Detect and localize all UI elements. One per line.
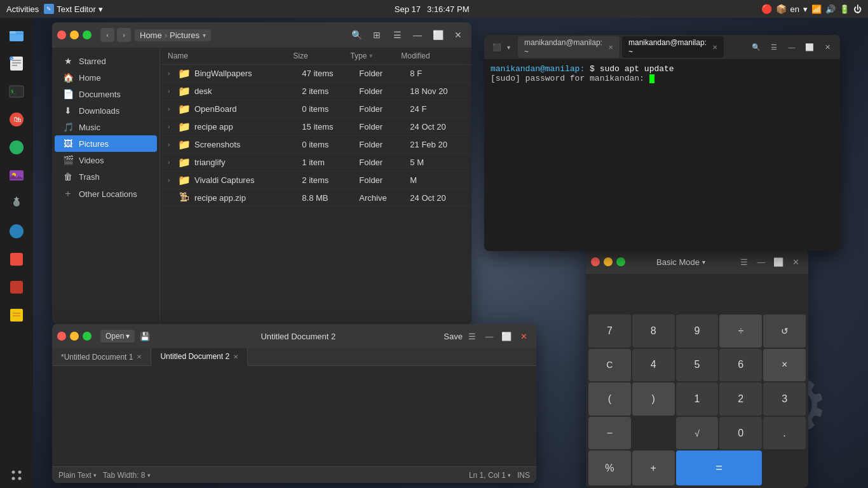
view-toggle-button[interactable]: ⊞ <box>369 27 385 43</box>
calc-btn-6[interactable]: 6 <box>719 349 762 382</box>
te-tab1-close[interactable]: ✕ <box>137 353 142 360</box>
sidebar-item-pictures[interactable]: 🖼 Pictures <box>55 135 157 152</box>
calc-btn-÷[interactable]: ÷ <box>719 315 762 348</box>
calc-btn-.[interactable]: . <box>763 417 806 450</box>
calc-btn-9[interactable]: 9 <box>676 315 719 348</box>
sidebar-item-downloads[interactable]: ⬇ Downloads <box>55 102 157 119</box>
calc-btn-)[interactable]: ) <box>632 383 675 416</box>
dock-item-files[interactable] <box>4 23 29 48</box>
calc-tb-minimize[interactable]: — <box>754 254 769 269</box>
calc-tb-restore[interactable]: ⬜ <box>771 254 786 269</box>
texteditor-close-button[interactable] <box>57 332 66 341</box>
file-row-6[interactable]: › 📁 Vivaldi Captures 2 items Folder M <box>160 172 471 189</box>
calc-btn-√[interactable]: √ <box>676 417 719 450</box>
dropbox-icon[interactable]: 📦 <box>776 4 787 14</box>
calc-btn-0[interactable]: 0 <box>719 417 762 450</box>
sidebar-item-videos[interactable]: 🎬 Videos <box>55 152 157 168</box>
plain-text-selector[interactable]: Plain Text ▾ <box>58 471 97 480</box>
power-icon[interactable]: ⏻ <box>853 4 862 14</box>
calc-maximize-button[interactable] <box>616 257 625 266</box>
dock-item-texteditor[interactable]: ✎ <box>4 51 29 76</box>
file-row-7[interactable]: 🗜 recipe app.zip 8.8 MB Archive 24 Oct 2… <box>160 189 471 207</box>
filemanager-maximize-button[interactable] <box>83 30 92 39</box>
file-row-2[interactable]: › 📁 OpenBoard 0 items Folder 24 F <box>160 100 471 118</box>
terminal-search-button[interactable]: 🔍 <box>749 39 764 55</box>
view-list-button[interactable]: ☰ <box>389 27 405 43</box>
file-row-0[interactable]: › 📁 BingWallpapers 47 items Folder 8 F <box>160 65 471 83</box>
terminal-minimize-button[interactable]: — <box>784 39 799 55</box>
tab2-close[interactable]: ✕ <box>712 44 717 51</box>
calc-btn-8[interactable]: 8 <box>632 315 675 348</box>
save-button[interactable]: Save <box>444 329 463 344</box>
calc-btn-%[interactable]: % <box>588 451 631 485</box>
calc-btn-4[interactable]: 4 <box>632 349 675 382</box>
dock-item-all-apps[interactable] <box>4 463 29 488</box>
tab1-close[interactable]: ✕ <box>608 44 613 51</box>
filemanager-minimize-button[interactable] <box>70 30 79 39</box>
sidebar-item-trash[interactable]: 🗑 Trash <box>55 168 157 185</box>
wifi-icon[interactable]: 📶 <box>811 4 822 14</box>
calc-btn-5[interactable]: 5 <box>676 349 719 382</box>
calc-btn-↺[interactable]: ↺ <box>763 315 806 348</box>
dock-item-terminal[interactable]: $_ <box>4 79 29 104</box>
file-row-3[interactable]: › 📁 recipe app 15 items Folder 24 Oct 20 <box>160 118 471 136</box>
te-tab-2[interactable]: Untitled Document 2 ✕ <box>151 348 248 366</box>
calc-btn-+[interactable]: + <box>632 451 675 485</box>
fm-restore-button[interactable]: ⬜ <box>430 27 446 43</box>
menu-button[interactable]: ☰ <box>465 329 480 344</box>
file-row-4[interactable]: › 📁 Screenshots 0 items Folder 21 Feb 20 <box>160 136 471 154</box>
texteditor-content[interactable] <box>52 366 536 466</box>
calc-title-arrow[interactable]: ▾ <box>702 259 705 266</box>
calc-btn-−[interactable]: − <box>588 417 631 450</box>
save-to-disk-icon[interactable]: 💾 <box>137 329 153 344</box>
sidebar-item-starred[interactable]: ★ Starred <box>55 53 157 69</box>
fm-close-button[interactable]: ✕ <box>450 27 466 43</box>
dock-item-zoom[interactable]: 📷 <box>4 219 29 244</box>
te-close-button[interactable]: ✕ <box>516 329 531 344</box>
breadcrumb[interactable]: Home › Pictures ▾ <box>135 29 211 41</box>
dock-item-sticky[interactable] <box>4 302 29 328</box>
sidebar-item-documents[interactable]: 📄 Documents <box>55 86 157 102</box>
texteditor-maximize-button[interactable] <box>83 332 92 341</box>
tab-width-selector[interactable]: Tab Width: 8 ▾ <box>103 471 151 480</box>
calc-close-button[interactable] <box>591 257 600 266</box>
calc-btn-2[interactable]: 2 <box>719 383 762 416</box>
filemanager-close-button[interactable] <box>57 30 66 39</box>
dock-item-settings[interactable] <box>4 191 29 216</box>
nav-forward-button[interactable]: › <box>117 28 131 42</box>
search-button[interactable]: 🔍 <box>348 27 365 43</box>
breadcrumb-pictures[interactable]: Pictures <box>170 30 200 40</box>
calc-btn-×[interactable]: × <box>763 349 806 382</box>
te-tab2-close[interactable]: ✕ <box>233 353 238 360</box>
breadcrumb-dropdown-arrow[interactable]: ▾ <box>203 32 206 39</box>
nav-back-button[interactable]: ‹ <box>100 28 114 42</box>
te-restore-button[interactable]: ⬜ <box>499 329 514 344</box>
terminal-menu-button[interactable]: ☰ <box>766 39 782 55</box>
calc-minimize-button[interactable] <box>604 257 613 266</box>
active-app-menu[interactable]: ✎ Text Editor ▾ <box>44 4 102 14</box>
terminal-dropdown-arrow[interactable]: ▾ <box>507 44 510 51</box>
calc-btn-7[interactable]: 7 <box>588 315 631 348</box>
texteditor-minimize-button[interactable] <box>70 332 79 341</box>
te-tab-1[interactable]: *Untitled Document 1 ✕ <box>52 348 151 365</box>
battery-icon[interactable]: 🔋 <box>839 4 850 14</box>
dock-item-photos[interactable] <box>4 163 29 188</box>
notifications-icon[interactable]: 🔴 <box>761 4 772 14</box>
calc-tb-close[interactable]: ✕ <box>788 254 803 269</box>
fm-minimize-button[interactable]: — <box>409 27 426 43</box>
dock-item-software[interactable]: 🛍 <box>4 107 29 132</box>
file-row-1[interactable]: › 📁 desk 2 items Folder 18 Nov 20 <box>160 83 471 100</box>
activities-button[interactable]: Activities <box>6 4 39 14</box>
dock-item-app2[interactable]: 📺 <box>4 247 29 272</box>
dock-item-browser[interactable]: 🌐 <box>4 135 29 160</box>
breadcrumb-home[interactable]: Home <box>140 30 162 40</box>
calc-menu-button[interactable]: ☰ <box>736 254 752 269</box>
terminal-tab-1[interactable]: manikandan@manilap: ~ ✕ <box>518 36 620 58</box>
sidebar-item-music[interactable]: 🎵 Music <box>55 119 157 135</box>
te-minimize-button[interactable]: — <box>482 329 497 344</box>
terminal-close-button[interactable]: ✕ <box>820 39 835 55</box>
calc-btn-([interactable]: ( <box>588 383 631 416</box>
calc-btn-=[interactable]: = <box>676 451 763 485</box>
volume-icon[interactable]: 🔊 <box>825 4 836 14</box>
lang-indicator[interactable]: en <box>790 4 799 14</box>
